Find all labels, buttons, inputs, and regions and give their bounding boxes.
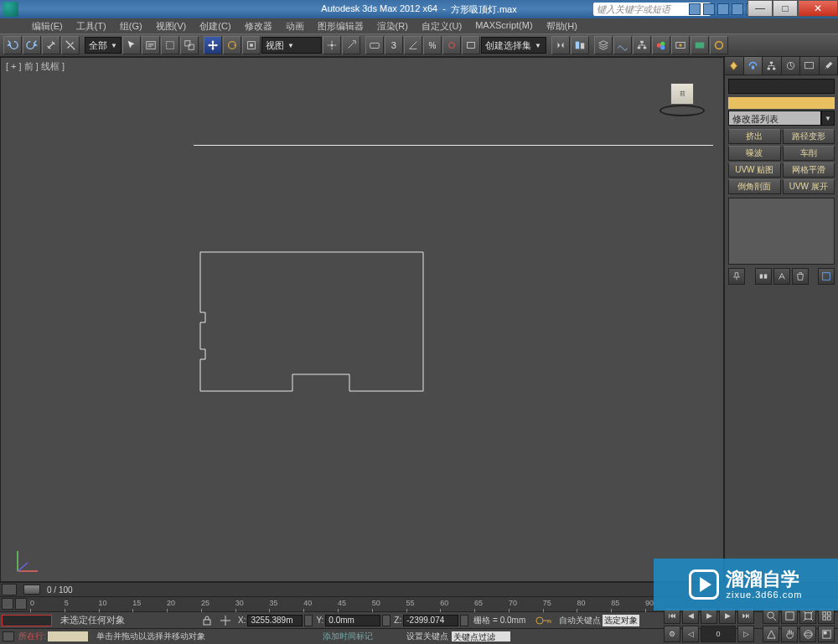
select-by-name-icon[interactable] [142,36,160,54]
menu-modifiers[interactable]: 修改器 [238,18,279,33]
script-mini-listener[interactable] [2,615,52,626]
tab-display[interactable] [800,57,820,75]
remove-modifier-icon[interactable] [792,268,809,285]
fov-icon[interactable] [763,626,779,642]
pin-stack-icon[interactable] [728,268,745,285]
modbtn-lathe[interactable]: 车削 [783,146,835,161]
modifier-list-dropdown[interactable]: 修改器列表 [728,111,821,126]
modifier-stack[interactable] [728,198,835,265]
modbtn-meshsmooth[interactable]: 网格平滑 [783,162,835,178]
material-editor-icon[interactable] [652,36,670,54]
pan-icon[interactable] [781,626,798,642]
viewport[interactable]: [ + ] 前 ] 线框 ] 前 [0,57,724,582]
keyboard-shortcut-icon[interactable] [365,36,384,54]
transform-typein-icon[interactable] [220,615,231,626]
tab-modify[interactable] [744,57,763,75]
select-region-icon[interactable] [161,36,179,54]
render-frame-icon[interactable] [691,36,709,54]
layer-manager-icon[interactable] [594,36,613,54]
menu-animation[interactable]: 动画 [279,18,311,33]
modbtn-uvwunwrap[interactable]: UVW 展开 [783,179,835,194]
key-mode-icon[interactable] [535,615,552,626]
align-icon[interactable] [571,36,589,54]
mirror-icon[interactable] [551,36,570,54]
modbtn-uvwmap[interactable]: UVW 贴图 [728,162,781,178]
tab-motion[interactable] [782,57,801,75]
maximize-button[interactable]: □ [773,0,798,17]
coord-z-input[interactable]: -2399.074 [403,615,458,626]
unlink-icon[interactable] [61,36,80,54]
tab-create[interactable] [725,57,744,75]
key-prev-icon[interactable]: ◁ [682,626,699,642]
modbtn-extrude[interactable]: 挤出 [728,129,781,144]
timeslider-left-icon[interactable] [2,584,17,595]
snap-toggle-icon[interactable]: 3 [385,36,403,54]
schematic-view-icon[interactable] [633,36,651,54]
curve-editor-icon[interactable] [613,36,632,54]
maximize-viewport-icon[interactable] [818,626,835,642]
menu-maxscript[interactable]: MAXScript(M) [468,18,539,33]
selection-filter-dropdown[interactable]: 全部▼ [85,37,122,54]
menu-grapheditors[interactable]: 图形编辑器 [311,18,370,33]
pivot-center-icon[interactable] [323,36,341,54]
object-name-field[interactable] [728,79,835,94]
key-filter-dropdown[interactable]: 关键点过滤器... [452,631,510,641]
time-slider-thumb[interactable] [23,585,40,595]
orbit-icon[interactable] [799,626,816,642]
menu-edit[interactable]: 编辑(E) [25,18,70,33]
viewcube[interactable]: 前 [660,83,705,116]
current-frame-input[interactable]: 0 [701,626,736,642]
spinner-snap-icon[interactable] [442,36,461,54]
menu-view[interactable]: 视图(V) [149,18,194,33]
coord-z-spinner[interactable] [460,615,468,626]
make-unique-icon[interactable] [773,268,790,285]
close-button[interactable]: ✕ [798,0,838,17]
key-next-icon[interactable]: ▷ [737,626,754,642]
coord-x-spinner[interactable] [304,615,313,626]
modbtn-noise[interactable]: 噪波 [728,146,781,161]
modifier-list-caret-icon[interactable]: ▼ [821,111,835,126]
coord-y-input[interactable]: 0.0mm [325,615,380,626]
trackbar-toggle-icon[interactable] [2,598,13,610]
move-icon[interactable] [204,36,222,54]
minimize-button[interactable]: — [747,0,773,17]
time-config-icon[interactable]: ⚙ [664,626,680,642]
window-crossing-icon[interactable] [180,36,199,54]
viewport-label[interactable]: [ + ] 前 ] 线框 ] [6,60,65,73]
menu-rendering[interactable]: 渲染(R) [370,18,415,33]
rotate-icon[interactable] [223,36,241,54]
render-production-icon[interactable] [710,36,728,54]
named-selection-dropdown[interactable]: 创建选择集▼ [481,37,546,54]
menu-group[interactable]: 组(G) [113,18,149,33]
lock-selection-icon[interactable] [201,615,213,626]
tab-utilities[interactable] [820,57,839,75]
show-end-result-icon[interactable] [755,268,772,285]
edit-named-sel-icon[interactable] [462,36,480,54]
redo-icon[interactable] [23,36,41,54]
coord-y-spinner[interactable] [382,615,391,626]
link-icon[interactable] [42,36,60,54]
modbtn-pathdeform[interactable]: 路径变形 [783,129,835,144]
undo-icon[interactable] [3,36,22,54]
autokey-target-dropdown[interactable]: 选定对象 [603,615,639,626]
script-listener-icon[interactable] [3,631,14,641]
nowline-field[interactable] [48,631,88,641]
coord-x-input[interactable]: 3255.389m [247,615,303,626]
percent-snap-icon[interactable]: % [423,36,442,54]
scale-icon[interactable] [242,36,261,54]
select-object-icon[interactable] [122,36,141,54]
manipulate-icon[interactable] [342,36,360,54]
add-time-tag[interactable]: 添加时间标记 [323,631,373,642]
tab-hierarchy[interactable] [763,57,782,75]
trackbar-key-icon[interactable] [15,598,27,610]
menu-create[interactable]: 创建(C) [193,18,237,33]
configure-sets-icon[interactable] [818,268,835,285]
angle-snap-icon[interactable] [404,36,422,54]
render-setup-icon[interactable] [671,36,690,54]
menu-help[interactable]: 帮助(H) [540,18,584,33]
autokey-label[interactable]: 自动关键点 [559,615,601,626]
modbtn-bevel[interactable]: 倒角剖面 [728,179,781,194]
menu-tools[interactable]: 工具(T) [70,18,113,33]
ref-coord-dropdown[interactable]: 视图▼ [261,37,322,54]
menu-customize[interactable]: 自定义(U) [415,18,468,33]
